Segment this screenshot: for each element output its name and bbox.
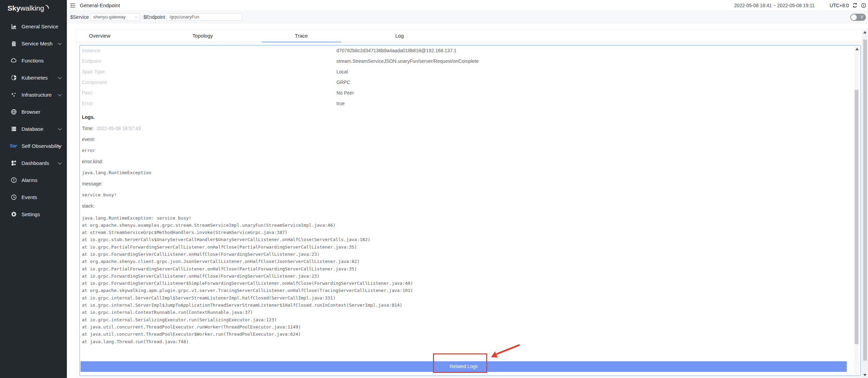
span-field-value: true: [336, 99, 345, 108]
span-logs-section: Logs. Time:2022-05-08 18:57:43 event:err…: [82, 114, 850, 345]
span-field-label: Endpoint:: [82, 58, 102, 64]
sidebar-item-alarms[interactable]: Alarms: [0, 171, 67, 188]
chevron-down-icon: [134, 15, 138, 18]
tab-trace[interactable]: Trace: [295, 33, 308, 39]
scroll-up-icon[interactable]: [855, 48, 859, 50]
database-icon: [10, 125, 17, 132]
span-field-label: Span Type:: [82, 69, 106, 74]
skywalking-sw-icon: Sw’: [10, 142, 17, 149]
toggle-knob-icon: [851, 14, 857, 20]
sidebar-item-browser[interactable]: Browser: [0, 103, 67, 120]
sidebar-item-events[interactable]: Events: [0, 188, 67, 206]
logo-text-light: walking: [20, 4, 44, 12]
sidebar-item-label: Functions: [21, 58, 44, 64]
tab-bar: OverviewTopologyTraceLog: [76, 30, 862, 42]
view-toggle[interactable]: V: [850, 14, 866, 21]
span-field-value: GRPC: [336, 78, 350, 87]
tab-overview[interactable]: Overview: [89, 33, 111, 39]
alarm-icon: [10, 177, 17, 183]
panel-scrollbar-thumb[interactable]: [855, 90, 858, 344]
grid-icon: [10, 159, 17, 166]
logs-heading: Logs.: [82, 114, 850, 120]
log-entry-value: error: [82, 148, 850, 153]
logo-crescent-icon: [44, 4, 50, 11]
active-tab-underline: [262, 42, 341, 42]
timezone-label[interactable]: UTC+8:0: [830, 3, 849, 8]
sidebar-item-label: Browser: [21, 109, 40, 115]
sidebar-item-label: Settings: [21, 211, 40, 217]
chart-icon: [10, 23, 17, 30]
sidebar-item-service-mesh[interactable]: Service Mesh: [0, 35, 67, 52]
globe-icon: [10, 108, 17, 115]
chevron-down-icon: [58, 92, 61, 96]
page-scrollbar[interactable]: [862, 29, 868, 378]
dots-icon: [10, 91, 17, 98]
endpoint-input[interactable]: [167, 13, 242, 21]
span-field-value: No Peer: [336, 88, 354, 97]
page-scrollbar-thumb[interactable]: [863, 40, 867, 361]
span-field-value: stream.StreamServiceJSON.unaryFun/server…: [336, 57, 479, 66]
sidebar-item-functions[interactable]: Functions: [0, 52, 67, 69]
sidebar-item-label: Kubernetes: [21, 75, 48, 81]
sidebar: Skywalking General ServiceService MeshFu…: [0, 0, 67, 378]
dashboard-card: OverviewTopologyTraceLog Instance:d70782…: [76, 29, 862, 378]
scroll-up-icon[interactable]: [863, 31, 867, 33]
span-field-label: Error:: [82, 101, 94, 106]
log-entry-value: service busy!: [82, 192, 850, 198]
refresh-icon[interactable]: [852, 2, 858, 8]
gear-icon: [10, 211, 17, 218]
wheel-icon: [10, 74, 17, 81]
span-field-label: Component:: [82, 80, 108, 85]
sidebar-item-kubernetes[interactable]: Kubernetes: [0, 69, 67, 86]
chevron-down-icon: [58, 160, 61, 164]
time-range[interactable]: 2022-05-08 18:41 ~ 2022-05-08 19:11: [734, 3, 815, 8]
layers-icon: [10, 40, 17, 47]
info-icon[interactable]: [861, 3, 866, 8]
page-header: General-Endpoint 2022-05-08 18:41 ~ 2022…: [67, 0, 868, 11]
sidebar-item-label: Alarms: [21, 177, 38, 183]
sidebar-item-label: Service Mesh: [21, 41, 53, 46]
toggle-label: V: [860, 15, 863, 19]
log-time-row: Time:2022-05-08 18:57:43: [82, 126, 850, 131]
sidebar-item-settings[interactable]: Settings: [0, 206, 67, 223]
sidebar-item-dashboards[interactable]: Dashboards: [0, 154, 67, 171]
clock-icon: [10, 194, 17, 200]
sidebar-item-infrastructure[interactable]: Infrastructure: [0, 86, 67, 103]
collapse-sidebar-icon[interactable]: [70, 2, 76, 9]
span-fields: Instance:d70782b8c2d347138b9a4aada018b81…: [82, 46, 850, 110]
log-time-value: 2022-05-08 18:57:43: [96, 126, 141, 131]
sidebar-item-database[interactable]: Database: [0, 120, 67, 137]
span-field-value: Local: [336, 67, 348, 76]
sidebar-item-self-observability[interactable]: Sw’Self Observability: [0, 137, 67, 154]
span-field-value: d70782b8c2d347138b9a4aada018b818@192.168…: [336, 46, 457, 55]
tab-log[interactable]: Log: [395, 33, 404, 39]
log-entry-label: message:: [82, 181, 850, 186]
chevron-down-icon: [58, 126, 61, 130]
log-entries: event:errorerror.kind:java.lang.RuntimeE…: [82, 137, 850, 198]
stack-trace: java.lang.RuntimeException: service busy…: [82, 214, 850, 345]
sidebar-item-label: Self Observability: [21, 143, 61, 149]
skywalking-logo: Skywalking: [8, 4, 50, 12]
logo-text-bold: Sky: [8, 4, 20, 12]
panel-scrollbar[interactable]: [854, 46, 859, 375]
log-entry-label: event:: [82, 137, 850, 142]
related-logs-button[interactable]: Related Logs: [81, 361, 847, 372]
span-field-row: Error:true: [82, 99, 850, 108]
span-detail-panel: Instance:d70782b8c2d347138b9a4aada018b81…: [79, 45, 861, 376]
cloud-icon: [10, 57, 17, 64]
chevron-down-icon: [58, 75, 61, 79]
sidebar-item-label: Infrastructure: [21, 92, 52, 98]
sidebar-nav: General ServiceService MeshFunctionsKube…: [0, 18, 67, 223]
span-field-label: Instance:: [82, 48, 101, 53]
scroll-down-icon[interactable]: [863, 374, 867, 376]
log-time-label: Time:: [82, 126, 93, 131]
stack-label: stack:: [82, 203, 850, 209]
endpoint-label: $Endpoint: [143, 14, 165, 20]
span-field-row: Peer:No Peer: [82, 88, 850, 97]
service-select[interactable]: shenyu-gateway: [90, 13, 140, 21]
span-field-row: Instance:d70782b8c2d347138b9a4aada018b81…: [82, 46, 850, 55]
span-field-label: Peer:: [82, 90, 93, 96]
dashboard-toolbar: $Service shenyu-gateway $Endpoint V: [67, 11, 868, 23]
sidebar-item-general-service[interactable]: General Service: [0, 18, 67, 35]
tab-topology[interactable]: Topology: [192, 33, 213, 39]
